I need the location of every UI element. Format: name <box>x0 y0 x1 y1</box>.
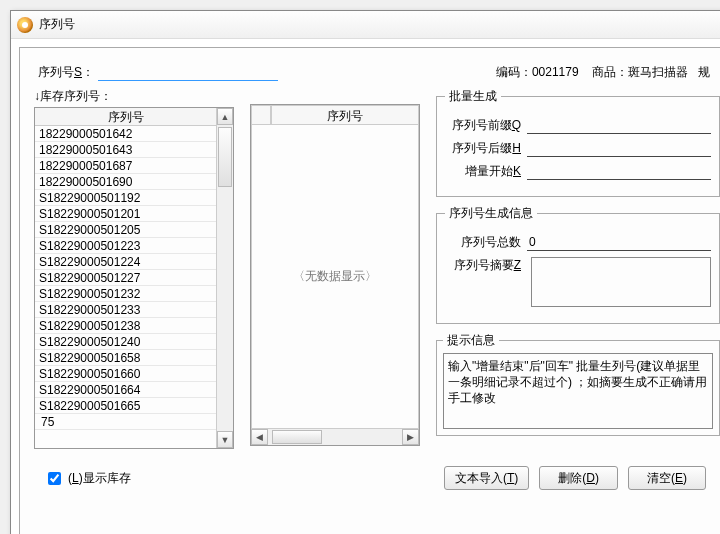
scroll-track[interactable] <box>217 125 233 431</box>
serial-list-table[interactable]: 序列号 〈无数据显示〉 ◀ ▶ <box>250 104 420 446</box>
code-value: 0021179 <box>532 65 579 79</box>
stock-grid-input[interactable] <box>39 414 216 430</box>
table-row[interactable]: S18229000501238 <box>35 318 216 334</box>
table-row[interactable]: S18229000501665 <box>35 398 216 414</box>
scroll-left-button[interactable]: ◀ <box>251 429 268 445</box>
text-import-button[interactable]: 文本导入(T) <box>444 466 529 490</box>
table-row[interactable]: S18229000501240 <box>35 334 216 350</box>
serial-list-empty: 〈无数据显示〉 <box>251 125 419 428</box>
serial-info-legend: 序列号生成信息 <box>445 205 537 222</box>
serial-input[interactable] <box>98 64 278 81</box>
table-row[interactable]: S18229000501658 <box>35 350 216 366</box>
tips-group: 提示信息 输入"增量结束"后"回车" 批量生列号(建议单据里一条明细记录不超过个… <box>436 332 720 436</box>
tips-text: 输入"增量结束"后"回车" 批量生列号(建议单据里一条明细记录不超过个) ；如摘… <box>443 353 713 429</box>
product-label: 商品： <box>592 65 628 79</box>
table-row[interactable]: 18229000501687 <box>35 158 216 174</box>
dialog-window: 序列号 序列号S： 编码：0021179 商品：斑马扫描器 规 ↓库存序列号： <box>10 10 720 534</box>
start-input[interactable] <box>527 163 711 180</box>
show-stock-label: (L)显示库存 <box>68 470 131 487</box>
summary-textarea[interactable] <box>531 257 711 307</box>
titlebar[interactable]: 序列号 <box>11 11 720 39</box>
serial-list-panel: 序列号 〈无数据显示〉 ◀ ▶ <box>250 88 420 458</box>
clear-button[interactable]: 清空(E) <box>628 466 706 490</box>
total-label: 序列号总数 <box>445 234 527 251</box>
prefix-input[interactable] <box>527 117 711 134</box>
scroll-right-button[interactable]: ▶ <box>402 429 419 445</box>
scroll-thumb[interactable] <box>218 127 232 187</box>
table-row[interactable]: S18229000501223 <box>35 238 216 254</box>
prefix-label: 序列号前缀Q <box>445 117 527 134</box>
serial-label: 序列号S： <box>38 64 94 81</box>
batch-generate-group: 批量生成 序列号前缀Q 序列号后缀H 增量开始K <box>436 88 720 197</box>
horizontal-scrollbar[interactable]: ◀ ▶ <box>251 428 419 445</box>
tips-legend: 提示信息 <box>443 332 499 349</box>
suffix-input[interactable] <box>527 140 711 157</box>
bottom-bar: (L)显示库存 文本导入(T) 删除(D) 清空(E) <box>20 458 720 490</box>
header-info: 编码：0021179 商品：斑马扫描器 规 <box>496 64 710 81</box>
stock-serial-grid[interactable]: 序列号 182290005016421822900050164318229000… <box>34 107 234 449</box>
table-row[interactable]: S18229000501664 <box>35 382 216 398</box>
dialog-content: 序列号S： 编码：0021179 商品：斑马扫描器 规 ↓库存序列号： 序列号 … <box>19 47 720 534</box>
stock-grid-input-row[interactable] <box>35 414 216 430</box>
vertical-scrollbar[interactable]: ▲ ▼ <box>216 108 233 448</box>
spec-label: 规 <box>698 65 710 79</box>
right-panel: 批量生成 序列号前缀Q 序列号后缀H 增量开始K 序列号生成 <box>436 88 720 458</box>
serial-list-header: 序列号 <box>271 105 419 125</box>
show-stock-checkbox-input[interactable] <box>48 472 61 485</box>
summary-label: 序列号摘要Z <box>445 257 527 274</box>
table-row[interactable]: S18229000501201 <box>35 206 216 222</box>
start-label: 增量开始K <box>445 163 527 180</box>
table-row[interactable]: S18229000501232 <box>35 286 216 302</box>
table-row[interactable]: S18229000501192 <box>35 190 216 206</box>
table-row[interactable]: 18229000501643 <box>35 142 216 158</box>
hscroll-track[interactable] <box>268 429 402 445</box>
code-label: 编码： <box>496 65 532 79</box>
window-title: 序列号 <box>39 16 75 33</box>
top-row: 序列号S： 编码：0021179 商品：斑马扫描器 规 <box>20 48 720 88</box>
scroll-up-button[interactable]: ▲ <box>217 108 233 125</box>
stock-serial-label: ↓库存序列号： <box>34 88 234 107</box>
table-row[interactable]: S18229000501205 <box>35 222 216 238</box>
app-icon <box>17 17 33 33</box>
table-row[interactable]: S18229000501224 <box>35 254 216 270</box>
scroll-down-button[interactable]: ▼ <box>217 431 233 448</box>
batch-generate-legend: 批量生成 <box>445 88 501 105</box>
total-input[interactable] <box>527 234 711 251</box>
serial-list-rowheader <box>251 105 271 125</box>
stock-grid-header: 序列号 <box>35 108 216 126</box>
hscroll-thumb[interactable] <box>272 430 322 444</box>
stock-serial-panel: ↓库存序列号： 序列号 1822900050164218229000501643… <box>34 88 234 458</box>
delete-button[interactable]: 删除(D) <box>539 466 618 490</box>
show-stock-checkbox[interactable]: (L)显示库存 <box>44 469 131 488</box>
suffix-label: 序列号后缀H <box>445 140 527 157</box>
table-row[interactable]: 18229000501690 <box>35 174 216 190</box>
table-row[interactable]: S18229000501227 <box>35 270 216 286</box>
serial-info-group: 序列号生成信息 序列号总数 序列号摘要Z <box>436 205 720 324</box>
table-row[interactable]: S18229000501660 <box>35 366 216 382</box>
table-row[interactable]: 18229000501642 <box>35 126 216 142</box>
table-row[interactable]: S18229000501233 <box>35 302 216 318</box>
product-value: 斑马扫描器 <box>628 65 688 79</box>
